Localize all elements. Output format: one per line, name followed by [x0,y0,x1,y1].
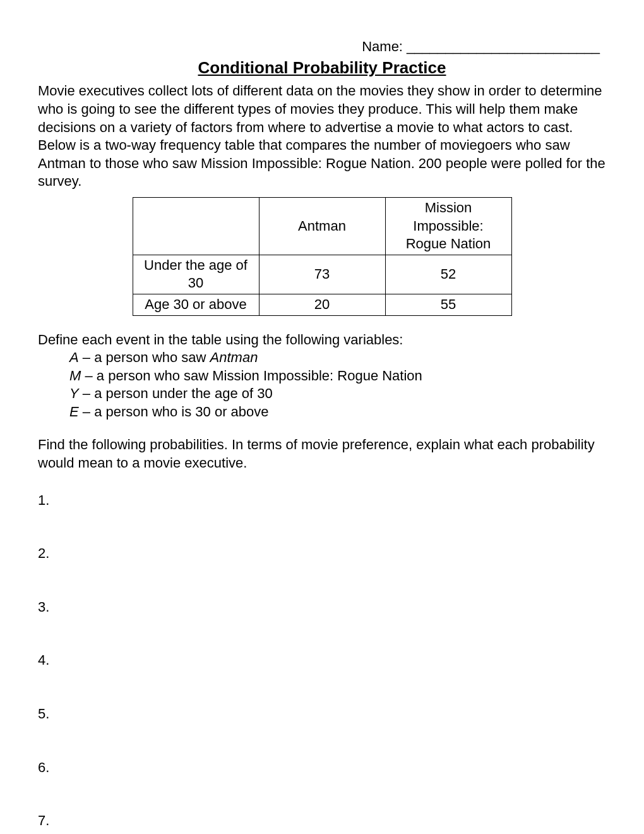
list-item: A – a person who saw Antman [69,349,606,367]
instruction-paragraph: Find the following probabilities. In ter… [38,436,606,472]
name-blank[interactable]: _________________________ [407,39,600,54]
question-item: 4. [38,651,606,670]
question-item: 7. [38,812,606,830]
row-label: Under the age of 30 [133,255,259,294]
list-item: M – a person who saw Mission Impossible:… [69,367,606,385]
table-header-antman: Antman [259,197,385,255]
name-field-line: Name: _________________________ [38,38,606,56]
question-item: 3. [38,598,606,617]
cell-value: 55 [385,294,511,315]
list-item: Y – a person under the age of 30 [69,385,606,403]
question-item: 5. [38,705,606,723]
question-item: 2. [38,545,606,563]
question-item: 1. [38,492,606,510]
page-title: Conditional Probability Practice [38,57,606,79]
table-row: Age 30 or above 20 55 [133,294,511,315]
define-list: A – a person who saw Antman M – a person… [38,349,606,421]
question-item: 6. [38,759,606,777]
table-header-mi: Mission Impossible: Rogue Nation [385,197,511,255]
name-label: Name: [362,39,407,54]
intro-paragraph: Movie executives collect lots of differe… [38,82,606,191]
cell-value: 52 [385,255,511,294]
define-heading: Define each event in the table using the… [38,331,606,349]
questions-list: 1. 2. 3. 4. 5. 6. 7. [38,492,606,830]
table-corner-cell [133,197,259,255]
define-section: Define each event in the table using the… [38,331,606,421]
list-item: E – a person who is 30 or above [69,403,606,421]
table-row: Under the age of 30 73 52 [133,255,511,294]
cell-value: 20 [259,294,385,315]
frequency-table: Antman Mission Impossible: Rogue Nation … [133,197,512,316]
row-label: Age 30 or above [133,294,259,315]
cell-value: 73 [259,255,385,294]
